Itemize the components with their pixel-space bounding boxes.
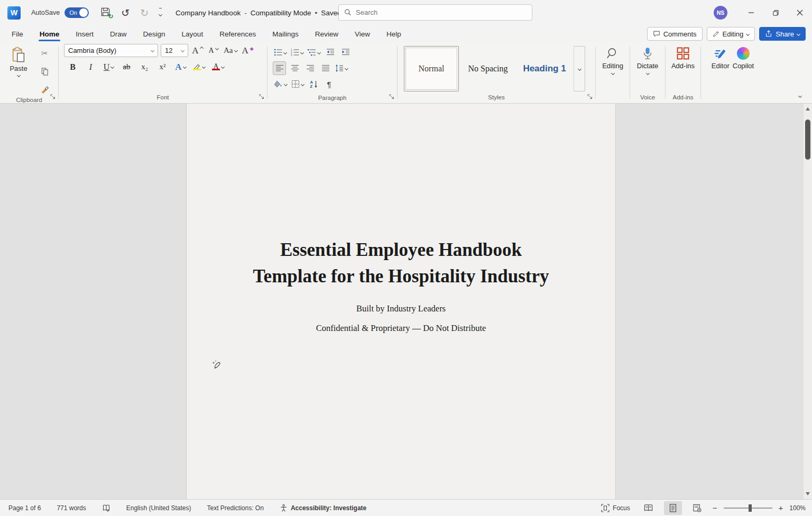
paragraph-dialog-launcher[interactable] <box>389 94 394 100</box>
customize-qat-button[interactable] <box>159 8 162 17</box>
tab-draw[interactable]: Draw <box>109 25 128 42</box>
text-predictions-status[interactable]: Text Predictions: On <box>207 504 264 512</box>
copilot-margin-button[interactable] <box>211 360 222 372</box>
tab-view[interactable]: View <box>354 25 371 42</box>
proofing-status[interactable] <box>102 504 110 512</box>
clipboard-dialog-launcher[interactable] <box>50 94 56 100</box>
tab-review[interactable]: Review <box>314 25 339 42</box>
tab-mailings[interactable]: Mailings <box>271 25 300 42</box>
document-title-bar[interactable]: Company Handbook - Compatibility Mode • … <box>176 9 347 17</box>
styles-gallery-more-button[interactable] <box>574 46 585 91</box>
font-color-button[interactable]: A <box>211 60 225 74</box>
show-formatting-button[interactable]: ¶ <box>322 77 336 91</box>
focus-button[interactable]: Focus <box>601 504 630 512</box>
search-bar[interactable] <box>338 4 532 21</box>
sync-arrows-icon: ↻ <box>108 13 113 20</box>
justify-button[interactable] <box>319 61 332 75</box>
clear-formatting-button[interactable]: A◆ <box>241 44 255 58</box>
zoom-out-button[interactable]: − <box>713 503 717 512</box>
increase-indent-button[interactable] <box>339 45 352 59</box>
tab-references[interactable]: References <box>218 25 257 42</box>
decrease-indent-button[interactable] <box>324 45 337 59</box>
align-right-button[interactable] <box>303 61 317 75</box>
format-painter-button[interactable] <box>38 82 51 96</box>
zoom-slider-thumb[interactable] <box>749 504 752 512</box>
language-status[interactable]: English (United States) <box>126 504 191 512</box>
style-heading-1[interactable]: Heading 1 <box>517 46 572 91</box>
change-case-button[interactable]: Aa <box>223 44 238 58</box>
tab-insert[interactable]: Insert <box>75 25 95 42</box>
multilevel-list-button[interactable] <box>307 45 321 59</box>
autosave-toggle[interactable]: On <box>64 7 89 18</box>
scroll-up-button[interactable] <box>804 105 812 113</box>
zoom-in-button[interactable]: + <box>779 503 783 512</box>
tab-home[interactable]: Home <box>39 25 61 42</box>
font-size-combo[interactable]: 12 <box>161 44 188 57</box>
bullets-button[interactable] <box>273 45 288 59</box>
align-center-button[interactable] <box>288 61 301 75</box>
strikethrough-button[interactable]: ab <box>120 60 133 74</box>
tab-file[interactable]: File <box>11 25 24 42</box>
copilot-pen-icon <box>211 360 222 370</box>
zoom-slider[interactable] <box>724 508 772 509</box>
accessibility-status[interactable]: Accessibility: Investigate <box>280 504 366 512</box>
vertical-scrollbar[interactable] <box>804 104 812 499</box>
share-button[interactable]: Share <box>759 27 806 41</box>
line-spacing-button[interactable] <box>334 61 349 75</box>
cut-button[interactable]: ✂ <box>38 47 51 60</box>
sort-button[interactable]: AZ <box>307 77 320 91</box>
comments-button[interactable]: Comments <box>647 27 703 41</box>
align-left-button[interactable] <box>273 61 286 75</box>
word-count[interactable]: 771 words <box>57 504 86 512</box>
scroll-down-button[interactable] <box>804 490 812 497</box>
shading-button[interactable] <box>273 77 288 91</box>
styles-dialog-launcher[interactable] <box>587 94 593 100</box>
print-layout-icon <box>669 504 677 512</box>
word-logo-icon[interactable]: W <box>7 6 21 20</box>
undo-button[interactable]: ↺ <box>121 8 130 18</box>
document-title-text: Essential Employee Handbook Template for… <box>187 237 615 290</box>
tab-help[interactable]: Help <box>385 25 402 42</box>
close-button[interactable] <box>788 0 812 25</box>
save-button[interactable]: ↻ <box>100 7 110 19</box>
subscript-button[interactable]: x₂ <box>138 60 151 74</box>
borders-button[interactable] <box>290 77 305 91</box>
font-dialog-launcher[interactable] <box>259 94 264 100</box>
text-effects-button[interactable]: A <box>174 60 187 74</box>
zoom-level[interactable]: 100% <box>789 504 806 512</box>
copilot-button[interactable]: Copilot <box>733 42 754 91</box>
editing-button[interactable]: Editing <box>596 42 630 91</box>
underline-button[interactable]: U <box>102 60 115 74</box>
editor-button[interactable]: Editor <box>712 42 730 91</box>
grow-font-button[interactable]: A <box>191 44 204 58</box>
paragraph-group-label: Paragraph <box>318 95 347 101</box>
dictate-button[interactable]: Dictate <box>630 42 665 91</box>
print-layout-button[interactable] <box>664 501 682 515</box>
redo-button[interactable]: ↻ <box>140 8 149 18</box>
shrink-font-button[interactable]: A <box>207 44 220 58</box>
numbering-button[interactable]: 123 <box>290 45 304 59</box>
avatar[interactable]: NS <box>714 6 727 20</box>
addins-button[interactable]: Add-ins <box>666 42 700 91</box>
restore-button[interactable] <box>763 0 788 25</box>
read-mode-button[interactable] <box>640 501 658 515</box>
search-input[interactable] <box>356 8 527 16</box>
editing-mode-button[interactable]: Editing <box>707 27 755 41</box>
minimize-button[interactable] <box>739 0 763 25</box>
copy-button[interactable] <box>38 64 51 78</box>
italic-button[interactable]: I <box>84 60 97 74</box>
style-normal[interactable]: Normal <box>404 46 459 91</box>
collapse-ribbon-button[interactable] <box>799 91 801 99</box>
highlight-button[interactable] <box>192 60 206 74</box>
font-name-combo[interactable]: Cambria (Body) <box>64 44 158 57</box>
scrollbar-thumb[interactable] <box>805 119 810 160</box>
document-page[interactable]: Essential Employee Handbook Template for… <box>186 104 616 499</box>
web-layout-button[interactable] <box>688 501 706 515</box>
tab-layout[interactable]: Layout <box>181 25 205 42</box>
bold-button[interactable]: B <box>66 60 79 74</box>
page-indicator[interactable]: Page 1 of 6 <box>8 504 41 512</box>
superscript-button[interactable]: x² <box>156 60 169 74</box>
paste-button[interactable]: Paste <box>5 45 32 96</box>
tab-design[interactable]: Design <box>142 25 167 42</box>
style-no-spacing[interactable]: No Spacing <box>460 46 515 91</box>
